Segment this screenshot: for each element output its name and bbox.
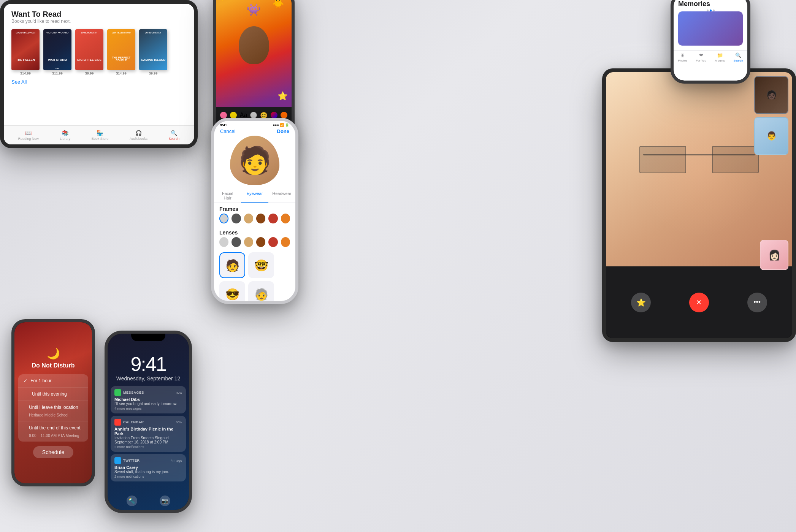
book-item-1[interactable]: DAVID BALDACCI THE FALLEN $14.99 — [11, 29, 40, 75]
memoji-cancel-button[interactable]: Cancel — [220, 128, 235, 134]
filter-hearts[interactable] — [220, 112, 227, 119]
notif-calendar-title: Annie's Birthday Picnic in the Park — [114, 427, 182, 436]
dnd-option-event-label: Until the end of this event — [29, 425, 80, 431]
camera-flash-icon[interactable]: ⚡ — [220, 0, 227, 1]
tab-photos[interactable]: ⊞ Photos — [678, 52, 687, 62]
lens-color-2[interactable] — [232, 237, 241, 247]
book-item-5[interactable]: JOHN GRISHAM CAMINO ISLAND $9.99 — [139, 29, 167, 75]
notif-calendar-more: 2 more notifications — [114, 445, 182, 449]
book-cover-2[interactable]: VICTORIA AVEYARD WAR STORM ●●● — [43, 29, 71, 70]
frame-color-4[interactable] — [256, 214, 265, 223]
camera-timer-icon[interactable]: ⏱ — [282, 0, 287, 1]
book-item-3[interactable]: LIANE MORIARTY BIG LITTLE LIES $9.99 — [75, 29, 103, 75]
tab-library[interactable]: 📚 Library — [60, 130, 71, 141]
tab-search[interactable]: 🔍 Search — [169, 130, 180, 141]
tab-audiobooks[interactable]: 🎧 Audiobooks — [130, 130, 147, 141]
memoji-preview-1[interactable]: 🧑 — [219, 252, 245, 278]
lock-bottom-controls: 🔦 📷 — [108, 496, 189, 506]
notif-calendar-body: Invitation From Smeeta Singpuri Septembe… — [114, 436, 182, 444]
flashlight-icon[interactable]: 🔦 — [127, 496, 137, 506]
book-item-4[interactable]: ELIN HILDERBRAND THE PERFECT COUPLE $14.… — [107, 29, 135, 75]
albums-icon: 📁 — [717, 52, 723, 58]
face-silhouette — [239, 26, 269, 64]
facetime-thumb-2: 👨 — [754, 117, 788, 155]
book-price-4: $14.99 — [107, 71, 135, 75]
book-author-4: ELIN HILDERBRAND — [107, 31, 135, 35]
facetime-bottom: 👩🏻 ⭐ ✕ ••• — [606, 266, 792, 338]
book-cover-5[interactable]: JOHN GRISHAM CAMINO ISLAND — [139, 29, 167, 70]
camera-selfie: 👾 🐥 ⭐ — [216, 0, 292, 107]
memory-card[interactable] — [678, 11, 743, 46]
book-item-2[interactable]: VICTORIA AVEYARD WAR STORM ●●● $11.99 — [43, 29, 71, 75]
frame-color-1[interactable] — [219, 214, 228, 223]
dnd-option-location[interactable]: Until I leave this location Heritage Mid… — [18, 401, 88, 421]
photos-screen: Memories ⊞ Photos ❤ For You 📁 — [674, 0, 747, 81]
facetime-end-button[interactable]: ✕ — [689, 293, 709, 312]
bookstore-icon: 🏪 — [97, 130, 103, 136]
book-cover-1[interactable]: DAVID BALDACCI THE FALLEN — [11, 29, 40, 70]
facetime-more-button[interactable]: ••• — [747, 293, 767, 312]
sticker-star: ⭐ — [277, 91, 288, 101]
book-cover-4[interactable]: ELIN HILDERBRAND THE PERFECT COUPLE — [107, 29, 135, 70]
memoji-status-bar: 9:41 ●●● 📶 🔋 — [214, 121, 295, 127]
memoji-preview-4[interactable]: 🧓 — [248, 281, 274, 301]
tab-book-store[interactable]: 🏪 Book Store — [92, 130, 109, 141]
books-subtitle: Books you'd like to read next. — [11, 19, 186, 24]
lens-color-1[interactable] — [219, 237, 228, 247]
notif-messages-app-label: MESSAGES — [123, 391, 144, 394]
frame-color-3[interactable] — [244, 214, 253, 223]
memoji-preview-3[interactable]: 😎 — [219, 281, 245, 301]
notification-messages[interactable]: MESSAGES now Michael Dibs I'll see you b… — [111, 386, 186, 413]
see-all-link[interactable]: See All — [11, 79, 186, 85]
frame-color-5[interactable] — [268, 214, 277, 223]
memoji-done-button[interactable]: Done — [277, 128, 290, 134]
dnd-screen: 🌙 Do Not Disturb ✓ For 1 hour Until this… — [14, 322, 92, 483]
memoji-preview-2[interactable]: 🤓 — [248, 252, 274, 278]
tab-search-photos[interactable]: 🔍 Search — [733, 52, 743, 62]
lens-color-4[interactable] — [256, 237, 265, 247]
frame-color-6[interactable] — [281, 214, 290, 223]
book-title-2: WAR STORM — [43, 58, 71, 63]
lens-color-6[interactable] — [281, 237, 290, 247]
book-cover-3[interactable]: LIANE MORIARTY BIG LITTLE LIES — [75, 29, 103, 70]
notif-messages-app-row: MESSAGES — [114, 389, 144, 396]
notification-calendar[interactable]: CALENDAR now Annie's Birthday Picnic in … — [111, 416, 186, 452]
dnd-schedule-button[interactable]: Schedule — [33, 446, 73, 458]
photos-content: Memories — [674, 0, 747, 50]
thumb-1-face: 🧑🏿 — [755, 77, 788, 113]
camera-top-icons: ⚡ ⏱ — [216, 0, 292, 1]
lenses-title: Lenses — [214, 226, 295, 237]
checkmark-icon: ✓ — [24, 378, 27, 383]
memoji-tabs: Facial Hair Eyewear Headwear — [214, 189, 295, 203]
notification-twitter[interactable]: TWITTER 4m ago Brian Carey Sweet stuff, … — [111, 454, 186, 481]
tab-headwear[interactable]: Headwear — [268, 189, 295, 203]
memoji-nav: Cancel Done — [214, 127, 295, 136]
dnd-option-event[interactable]: Until the end of this event 9:00 – 11:00… — [18, 421, 88, 442]
books-title: Want To Read — [11, 10, 186, 19]
frame-color-2[interactable] — [232, 214, 241, 223]
lens-color-5[interactable] — [268, 237, 277, 247]
search-icon: 🔍 — [171, 130, 177, 136]
facetime-star-button[interactable]: ⭐ — [631, 293, 651, 312]
camera-icon[interactable]: 📷 — [160, 496, 170, 506]
tab-for-you[interactable]: ❤ For You — [696, 52, 706, 62]
frames-title: Frames — [214, 203, 295, 214]
iphone-x-lock-device: 9:41 Wednesday, September 12 MESSAGES no… — [105, 331, 192, 513]
book-price-1: $14.99 — [11, 71, 40, 75]
book-price-5: $9.99 — [139, 71, 167, 75]
tab-facial-hair[interactable]: Facial Hair — [214, 189, 241, 203]
tab-reading-now[interactable]: 📖 Reading Now — [18, 130, 39, 141]
tab-albums[interactable]: 📁 Albums — [715, 52, 725, 62]
search-photos-icon: 🔍 — [735, 52, 741, 58]
dnd-option-1hour[interactable]: ✓ For 1 hour — [18, 374, 88, 388]
dnd-title: Do Not Disturb — [32, 362, 75, 369]
tab-eyewear[interactable]: Eyewear — [241, 189, 268, 203]
dnd-option-evening[interactable]: Until this evening — [18, 388, 88, 401]
calendar-app-icon — [114, 419, 121, 426]
memoji-screen: 9:41 ●●● 📶 🔋 Cancel Done 🧑 Facial Hair E… — [214, 121, 295, 301]
moon-icon: 🌙 — [47, 347, 60, 360]
memoji-preview-grid: 🧑 🤓 😎 🧓 👩 — [214, 250, 295, 301]
dnd-option-location-label: Until I leave this location — [29, 405, 78, 410]
lens-color-3[interactable] — [244, 237, 253, 247]
lock-screen: 9:41 Wednesday, September 12 MESSAGES no… — [108, 334, 189, 510]
